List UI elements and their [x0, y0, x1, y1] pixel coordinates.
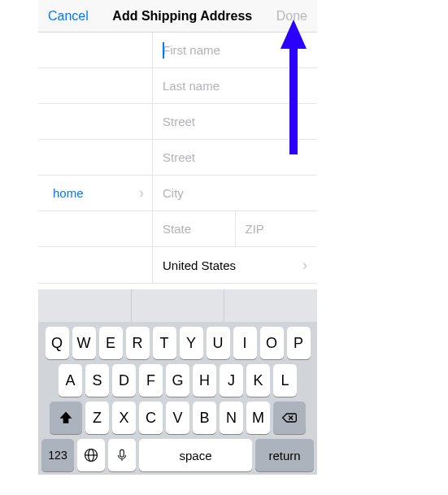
key-f[interactable]: F [139, 364, 163, 397]
prediction-slot[interactable] [38, 289, 132, 322]
key-h[interactable]: H [193, 364, 216, 397]
key-u[interactable]: U [207, 327, 230, 359]
address-form: home › United States › [38, 33, 317, 284]
spacer [38, 33, 152, 67]
key-x[interactable]: X [112, 402, 136, 434]
navbar: Cancel Add Shipping Address Done [38, 0, 317, 33]
chevron-right-icon: › [139, 185, 144, 202]
key-k[interactable]: K [246, 364, 270, 397]
dictation-key[interactable] [108, 439, 136, 471]
globe-key[interactable] [77, 439, 105, 471]
first-name-field[interactable] [163, 43, 307, 57]
key-m[interactable]: M [246, 402, 270, 434]
spacer [38, 104, 152, 139]
key-i[interactable]: I [233, 327, 257, 359]
backspace-key[interactable] [273, 402, 306, 434]
zip-field[interactable] [246, 222, 308, 236]
key-e[interactable]: E [99, 327, 123, 359]
prediction-slot[interactable] [224, 289, 317, 322]
svg-rect-7 [120, 449, 124, 457]
country-value: United States [163, 258, 236, 272]
key-t[interactable]: T [153, 327, 176, 359]
address-type-label: home [53, 186, 84, 200]
return-key[interactable]: return [255, 439, 314, 471]
key-b[interactable]: B [193, 402, 216, 434]
key-l[interactable]: L [273, 364, 297, 397]
last-name-field[interactable] [163, 79, 307, 93]
spacer [38, 68, 152, 103]
shift-key[interactable] [50, 402, 82, 434]
spacer [38, 247, 152, 283]
keyboard-row-bottom: 123 space return [38, 434, 317, 471]
spacer [38, 140, 152, 175]
key-n[interactable]: N [220, 402, 243, 434]
page-title: Add Shipping Address [112, 9, 252, 24]
cancel-button[interactable]: Cancel [48, 9, 89, 24]
country-selector[interactable]: United States › [152, 247, 317, 283]
keyboard-row-2: ASDFGHJKL [38, 359, 317, 397]
key-y[interactable]: Y [180, 327, 203, 359]
done-button[interactable]: Done [276, 9, 307, 24]
city-field[interactable] [163, 186, 307, 200]
key-s[interactable]: S [85, 364, 109, 397]
key-p[interactable]: P [287, 327, 311, 359]
key-c[interactable]: C [139, 402, 163, 434]
state-field[interactable] [163, 222, 225, 236]
street2-field[interactable] [163, 150, 307, 164]
globe-icon [83, 447, 99, 463]
key-q[interactable]: Q [46, 327, 69, 359]
microphone-icon [115, 448, 129, 462]
key-j[interactable]: J [220, 364, 243, 397]
ios-keyboard: QWERTYUIOP ASDFGHJKL ZXCVBNM 123 space r… [38, 289, 317, 475]
keyboard-row-3: ZXCVBNM [38, 397, 317, 434]
street1-field[interactable] [163, 115, 307, 128]
address-type-selector[interactable]: home › [38, 176, 152, 211]
prediction-slot[interactable] [132, 289, 225, 322]
key-o[interactable]: O [260, 327, 284, 359]
key-a[interactable]: A [59, 364, 82, 397]
key-w[interactable]: W [72, 327, 96, 359]
prediction-bar [38, 289, 317, 322]
key-v[interactable]: V [166, 402, 189, 434]
key-d[interactable]: D [112, 364, 136, 397]
chevron-right-icon: › [302, 257, 307, 274]
spacer [38, 211, 152, 246]
text-caret [163, 42, 164, 59]
key-g[interactable]: G [166, 364, 189, 397]
address-form-screen: Cancel Add Shipping Address Done [38, 0, 317, 284]
keyboard-row-1: QWERTYUIOP [38, 322, 317, 359]
numbers-key[interactable]: 123 [41, 439, 74, 471]
space-key[interactable]: space [139, 439, 252, 471]
key-z[interactable]: Z [85, 402, 109, 434]
key-r[interactable]: R [126, 327, 150, 359]
